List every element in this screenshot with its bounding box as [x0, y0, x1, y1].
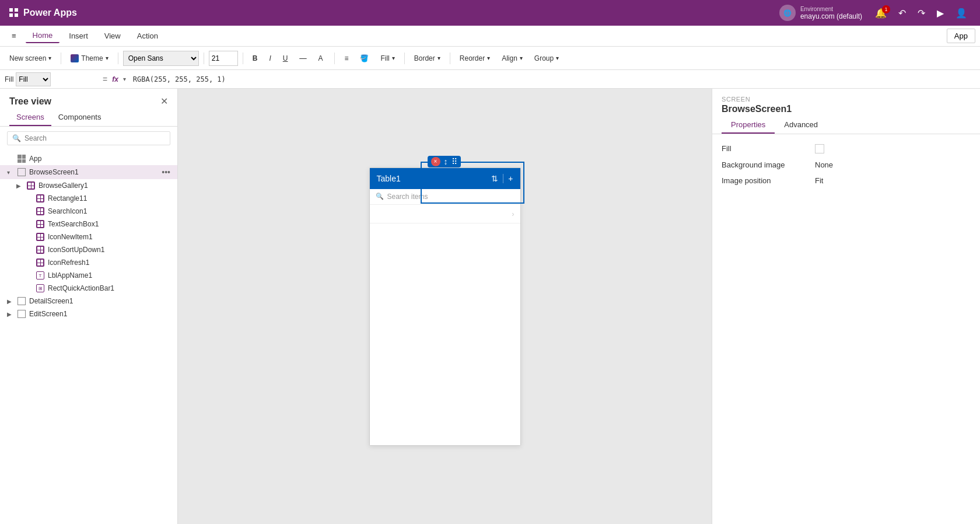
- italic-button[interactable]: I: [264, 52, 275, 65]
- tab-components[interactable]: Components: [51, 109, 108, 126]
- mobile-list-item[interactable]: ›: [370, 205, 520, 223]
- tree-item-edit-screen1[interactable]: ▶ EditScreen1: [0, 308, 177, 320]
- menu-file[interactable]: ≡: [5, 29, 23, 43]
- mobile-search-bar[interactable]: 🔍 Search items: [370, 189, 520, 205]
- toolbar: New screen ▾ Theme ▾ Open Sans B I U — A…: [0, 47, 980, 70]
- toolbar-sep-6: [404, 53, 405, 64]
- top-bar: Power Apps 🌐 Environment enayu.com (defa…: [0, 0, 980, 26]
- mobile-add-button[interactable]: +: [508, 174, 513, 183]
- new-screen-chevron: ▾: [48, 55, 51, 61]
- tree-item-detail-screen1-label: DetailScreen1: [29, 297, 73, 305]
- tree-item-lan-label: LblAppName1: [48, 271, 92, 280]
- browse-screen1-options[interactable]: •••: [162, 167, 170, 177]
- popup-cursor-icon[interactable]: ↕: [444, 157, 448, 166]
- component-icon-ir: [36, 258, 44, 267]
- strikethrough-button[interactable]: —: [295, 52, 311, 65]
- formula-input[interactable]: [131, 72, 975, 86]
- redo-button[interactable]: ↷: [914, 5, 929, 21]
- tree-item-detail-screen1[interactable]: ▶ DetailScreen1: [0, 295, 177, 308]
- font-size-input[interactable]: [209, 51, 238, 66]
- tree-item-lbl-app-name1[interactable]: T LblAppName1: [0, 269, 177, 282]
- canvas-area[interactable]: × ↕ ⠿ Table1 ⇅ + 🔍 Search items: [178, 89, 712, 524]
- tree-items: App ▾ BrowseScreen1 ••• ▶: [0, 150, 177, 524]
- border-button[interactable]: Border ▾: [410, 52, 445, 65]
- search-box[interactable]: 🔍: [7, 131, 170, 145]
- tab-screens[interactable]: Screens: [9, 109, 51, 126]
- main-layout: Tree view ✕ Screens Components 🔍 App: [0, 89, 980, 524]
- theme-button[interactable]: Theme ▾: [66, 52, 113, 65]
- menu-view[interactable]: View: [97, 29, 128, 43]
- tree-item-icon-new-item1[interactable]: IconNewItem1: [0, 230, 177, 243]
- mobile-header-actions: ⇅ +: [491, 174, 513, 183]
- paint-bucket-button[interactable]: 🪣: [355, 52, 373, 65]
- font-color-button[interactable]: A: [313, 52, 330, 65]
- menu-insert[interactable]: Insert: [62, 29, 95, 43]
- tree-item-icon-sort-up-down1[interactable]: IconSortUpDown1: [0, 243, 177, 256]
- bg-image-property-label: Background image: [722, 160, 815, 169]
- tree-item-tsb-label: TextSearchBox1: [48, 220, 99, 228]
- preview-button[interactable]: ▶: [933, 5, 947, 21]
- mobile-title: Table1: [377, 174, 401, 183]
- formula-bar: Fill Fill = fx ▾: [0, 70, 980, 89]
- app-logo[interactable]: Power Apps: [9, 8, 77, 18]
- mobile-sort-button[interactable]: ⇅: [491, 174, 498, 183]
- tree-item-si-label: SearchIcon1: [48, 207, 87, 215]
- tree-close-button[interactable]: ✕: [160, 96, 168, 107]
- tab-advanced[interactable]: Advanced: [775, 117, 827, 134]
- tree-item-rectangle11[interactable]: Rectangle11: [0, 192, 177, 205]
- tree-item-icon-refresh1[interactable]: IconRefresh1: [0, 256, 177, 269]
- font-select[interactable]: Open Sans: [123, 51, 199, 66]
- tree-item-text-search-box1[interactable]: TextSearchBox1: [0, 218, 177, 230]
- align-items-button[interactable]: Align ▾: [497, 52, 527, 65]
- new-screen-button[interactable]: New screen ▾: [5, 52, 56, 65]
- menu-bar: ≡ Home Insert View Action App: [0, 26, 980, 47]
- fill-button[interactable]: Fill ▾: [376, 52, 399, 65]
- tree-item-rect-label: Rectangle11: [48, 194, 87, 202]
- tree-item-search-icon1[interactable]: SearchIcon1: [0, 205, 177, 218]
- reorder-button[interactable]: Reorder ▾: [455, 52, 495, 65]
- tree-item-browse-gallery1[interactable]: ▶ BrowseGallery1: [0, 179, 177, 192]
- toolbar-sep-3: [204, 53, 204, 64]
- expand-icon-es: ▶: [7, 311, 14, 317]
- bold-button[interactable]: B: [248, 52, 262, 65]
- menu-home[interactable]: Home: [26, 29, 60, 43]
- mobile-body: [370, 223, 520, 445]
- user-button[interactable]: 👤: [952, 5, 971, 21]
- search-input[interactable]: [24, 134, 165, 142]
- menu-action[interactable]: Action: [130, 29, 165, 43]
- toolbar-sep-4: [243, 53, 243, 64]
- tree-item-app[interactable]: App: [0, 152, 177, 165]
- align-button[interactable]: ≡: [340, 52, 353, 65]
- underline-button[interactable]: U: [278, 52, 293, 65]
- popup-close-button[interactable]: ×: [431, 157, 440, 166]
- component-icon-gallery: [27, 181, 35, 190]
- group-button[interactable]: Group ▾: [530, 52, 564, 65]
- environment-label: Environment: [800, 6, 862, 12]
- component-icon-tsb: [36, 220, 44, 228]
- tree-item-rect-quick-action-bar1[interactable]: ⊞ RectQuickActionBar1: [0, 282, 177, 295]
- new-screen-label: New screen: [9, 54, 46, 62]
- app-button[interactable]: App: [947, 29, 975, 43]
- theme-icon: [71, 54, 79, 62]
- environment-info: Environment enayu.com (default): [800, 6, 862, 20]
- notification-button[interactable]: 🔔 1: [872, 5, 890, 21]
- expand-chevron[interactable]: ▾: [123, 76, 126, 82]
- app-icon: [18, 155, 26, 163]
- component-icon-lan: T: [36, 271, 44, 280]
- fill-color-swatch[interactable]: [815, 144, 824, 153]
- tab-properties[interactable]: Properties: [722, 117, 775, 134]
- right-panel: SCREEN BrowseScreen1 Properties Advanced…: [712, 89, 980, 524]
- tree-item-browse-screen1-label: BrowseScreen1: [29, 168, 79, 176]
- tree-item-browse-screen1[interactable]: ▾ BrowseScreen1 •••: [0, 165, 177, 179]
- align-label: Align: [502, 54, 517, 62]
- theme-chevron: ▾: [106, 55, 108, 61]
- fill-label: Fill: [380, 54, 389, 62]
- fill-selector: Fill Fill: [5, 72, 98, 86]
- fx-label: fx: [112, 75, 118, 83]
- undo-button[interactable]: ↶: [895, 5, 909, 21]
- top-bar-action-buttons: 🔔 1 ↶ ↷ ▶ 👤: [872, 5, 971, 21]
- tree-item-app-label: App: [29, 155, 41, 163]
- popup-resize-icon[interactable]: ⠿: [452, 157, 457, 166]
- menu-right: App: [947, 29, 975, 43]
- property-dropdown[interactable]: Fill: [16, 72, 51, 86]
